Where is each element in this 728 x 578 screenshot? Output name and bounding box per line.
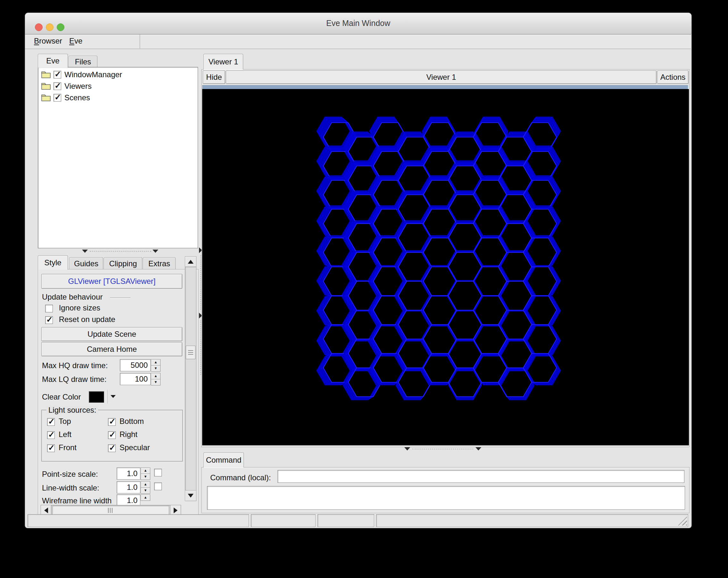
tree-item-label[interactable]: Viewers xyxy=(64,82,92,91)
status-segment-4 xyxy=(376,514,688,527)
tab-eve-label: Eve xyxy=(46,56,59,65)
wireframe-width-spin-up[interactable]: ▲ xyxy=(141,494,150,501)
line-width-label: Line-width scale: xyxy=(42,483,99,493)
light-front-checkbox[interactable] xyxy=(47,444,55,452)
vscroll-thumb[interactable] xyxy=(186,346,196,359)
tree-item-label[interactable]: Scenes xyxy=(64,93,90,102)
folder-icon xyxy=(41,94,51,102)
line-width-spin-down[interactable]: ▼ xyxy=(141,487,150,494)
light-bottom-checkbox[interactable] xyxy=(108,418,116,426)
update-scene-label: Update Scene xyxy=(87,330,136,338)
glviewer-link-button[interactable]: GLViewer [TGLSAViewer] xyxy=(41,274,182,289)
tree-checkbox[interactable] xyxy=(53,82,61,90)
point-size-label: Point-size scale: xyxy=(42,470,98,479)
camera-home-button[interactable]: Camera Home xyxy=(41,342,182,356)
folder-icon xyxy=(41,82,51,90)
max-hq-input[interactable]: 5000 xyxy=(120,359,151,371)
reset-on-update-label: Reset on update xyxy=(59,315,115,323)
max-hq-spin-up[interactable]: ▲ xyxy=(151,359,160,366)
gl-viewport[interactable] xyxy=(202,89,689,445)
tree-checkbox[interactable] xyxy=(53,71,61,79)
arrow-up-icon xyxy=(188,260,193,264)
chevron-down-icon xyxy=(475,447,481,450)
max-hq-spin-down[interactable]: ▼ xyxy=(151,365,160,372)
point-size-checkbox[interactable] xyxy=(154,469,162,476)
tab-style[interactable]: Style xyxy=(38,255,68,270)
hide-button[interactable]: Hide xyxy=(203,71,225,84)
light-front-row[interactable]: Front xyxy=(47,443,77,452)
tab-viewer-1[interactable]: Viewer 1 xyxy=(204,54,243,70)
tab-extras[interactable]: Extras xyxy=(143,257,176,270)
point-size-spin-down[interactable]: ▼ xyxy=(141,474,150,480)
gl-scene[interactable] xyxy=(202,89,689,445)
tree-row-scenes[interactable]: Scenes xyxy=(41,93,192,103)
viewer-command-splitter[interactable] xyxy=(202,447,689,452)
vscroll-up-button[interactable] xyxy=(185,256,197,267)
light-right-row[interactable]: Right xyxy=(108,430,137,439)
status-segment-3 xyxy=(317,514,374,527)
light-top-row[interactable]: Top xyxy=(47,417,71,426)
point-size-input[interactable]: 1.0 xyxy=(116,468,140,480)
viewer-title-button[interactable]: Viewer 1 xyxy=(226,71,656,84)
actions-button[interactable]: Actions xyxy=(657,71,688,84)
arrow-down-icon xyxy=(188,494,193,498)
menu-eve-label: ve xyxy=(74,36,82,45)
menu-eve[interactable]: Eve xyxy=(69,36,82,46)
clear-color-divider xyxy=(107,390,108,403)
light-specular-row[interactable]: Specular xyxy=(108,443,150,452)
eve-tree: WindowManager Viewers Scenes xyxy=(38,67,198,248)
tree-row-viewers[interactable]: Viewers xyxy=(41,81,192,91)
command-input[interactable] xyxy=(278,470,684,483)
max-lq-input[interactable]: 100 xyxy=(120,373,151,385)
tree-item-label[interactable]: WindowManager xyxy=(64,70,122,79)
clear-color-dropdown-icon[interactable] xyxy=(110,395,116,398)
vscroll-track[interactable] xyxy=(185,267,197,491)
max-lq-spin-down[interactable]: ▼ xyxy=(151,379,160,386)
light-sources-title: Light sources: xyxy=(47,405,98,415)
light-specular-checkbox[interactable] xyxy=(108,444,116,452)
hide-button-label: Hide xyxy=(206,73,222,81)
arrow-right-icon xyxy=(174,507,178,513)
tab-guides-label: Guides xyxy=(74,259,98,268)
reset-on-update-checkbox[interactable] xyxy=(45,316,53,324)
command-log[interactable] xyxy=(207,486,685,510)
tab-command-label: Command xyxy=(206,455,242,464)
tab-files-label: Files xyxy=(75,57,91,66)
hscroll-thumb[interactable] xyxy=(53,506,169,515)
light-left-row[interactable]: Left xyxy=(47,430,72,439)
line-width-checkbox[interactable] xyxy=(154,482,162,490)
tab-command[interactable]: Command xyxy=(204,452,244,468)
point-size-spin-up[interactable]: ▲ xyxy=(141,468,150,474)
ignore-sizes-checkbox[interactable] xyxy=(45,305,53,312)
tab-guides[interactable]: Guides xyxy=(69,257,103,270)
light-top-label: Top xyxy=(59,417,71,425)
max-lq-label: Max LQ draw time: xyxy=(42,375,106,384)
tab-clipping-label: Clipping xyxy=(109,259,137,268)
splitter-dots xyxy=(200,255,201,310)
vscroll-down-button[interactable] xyxy=(185,490,197,501)
clear-color-swatch[interactable] xyxy=(89,391,104,403)
tab-style-label: Style xyxy=(44,258,61,267)
tree-row-windowmanager[interactable]: WindowManager xyxy=(41,70,192,80)
light-left-checkbox[interactable] xyxy=(47,431,55,439)
light-right-checkbox[interactable] xyxy=(108,431,116,439)
reset-on-update-row[interactable]: Reset on update xyxy=(45,315,115,324)
tab-eve[interactable]: Eve xyxy=(38,54,68,68)
ignore-sizes-row[interactable]: Ignore sizes xyxy=(45,304,100,313)
line-width-spin-up[interactable]: ▲ xyxy=(141,481,150,488)
update-behaviour-title: Update behaviour xyxy=(42,292,103,301)
menu-browser[interactable]: Browser xyxy=(34,36,62,46)
command-panel: Command (local): xyxy=(202,467,690,513)
update-scene-button[interactable]: Update Scene xyxy=(41,327,182,341)
app-window: Eve Main Window Browser Eve Eve Files Wi… xyxy=(25,13,692,528)
tree-splitter[interactable] xyxy=(38,248,198,255)
style-panel: GLViewer [TGLSAViewer] Update behaviour … xyxy=(38,269,199,517)
tab-clipping[interactable]: Clipping xyxy=(104,257,142,270)
chevron-down-icon xyxy=(153,249,158,253)
tab-files[interactable]: Files xyxy=(69,56,97,68)
max-lq-spin-up[interactable]: ▲ xyxy=(151,373,160,379)
light-bottom-row[interactable]: Bottom xyxy=(108,417,144,426)
light-top-checkbox[interactable] xyxy=(47,418,55,426)
tree-checkbox[interactable] xyxy=(53,94,61,102)
line-width-input[interactable]: 1.0 xyxy=(116,481,140,493)
